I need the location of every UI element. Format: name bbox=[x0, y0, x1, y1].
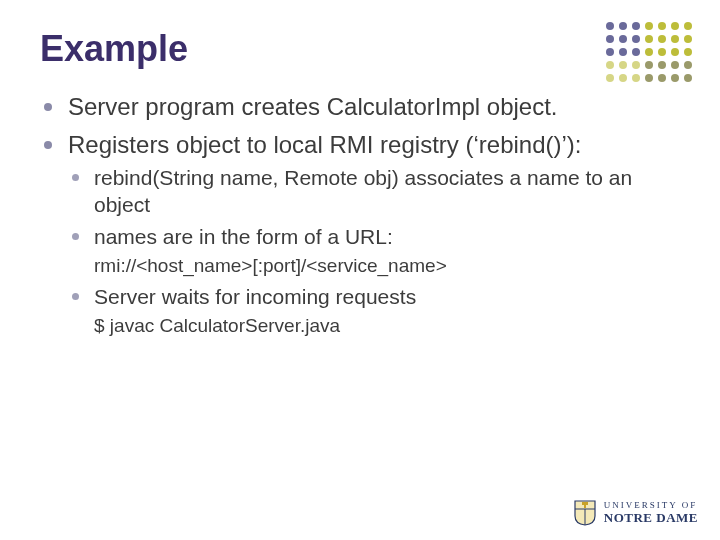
bullet-item: Server program creates CalculatorImpl ob… bbox=[40, 92, 680, 122]
decor-dot bbox=[658, 35, 666, 43]
logo-line2: NOTRE DAME bbox=[604, 511, 698, 525]
decor-dot bbox=[684, 35, 692, 43]
university-wordmark: UNIVERSITY OF NOTRE DAME bbox=[604, 501, 698, 524]
slide-title: Example bbox=[40, 28, 680, 70]
sub-bullet-item: names are in the form of a URL: bbox=[68, 223, 680, 250]
bullet-list: Server program creates CalculatorImpl ob… bbox=[40, 92, 680, 339]
sub-bullet-code: $ javac CalculatorServer.java bbox=[68, 314, 680, 339]
decor-dot bbox=[606, 61, 614, 69]
decor-dot bbox=[619, 22, 627, 30]
decor-dot bbox=[671, 35, 679, 43]
decor-dot bbox=[632, 74, 640, 82]
shield-icon bbox=[574, 500, 596, 526]
decor-dot bbox=[606, 22, 614, 30]
decor-dot bbox=[671, 48, 679, 56]
decor-dot bbox=[684, 48, 692, 56]
decor-dot bbox=[684, 22, 692, 30]
decor-dot bbox=[645, 74, 653, 82]
decor-dot bbox=[632, 61, 640, 69]
decor-dot bbox=[658, 61, 666, 69]
decor-dot bbox=[645, 48, 653, 56]
sub-bullet-item: Server waits for incoming requests bbox=[68, 283, 680, 310]
sub-bullet-list: rebind(String name, Remote obj) associat… bbox=[68, 164, 680, 339]
decor-dot bbox=[658, 74, 666, 82]
decor-dot bbox=[684, 74, 692, 82]
decor-dot bbox=[606, 48, 614, 56]
decorative-dot-grid bbox=[606, 22, 694, 84]
decor-dot bbox=[671, 74, 679, 82]
decor-dot bbox=[645, 61, 653, 69]
bullet-item: Registers object to local RMI registry (… bbox=[40, 130, 680, 339]
bullet-text: Registers object to local RMI registry (… bbox=[68, 131, 581, 158]
decor-dot bbox=[671, 61, 679, 69]
footer-logo: UNIVERSITY OF NOTRE DAME bbox=[574, 500, 698, 526]
decor-dot bbox=[684, 61, 692, 69]
decor-dot bbox=[619, 74, 627, 82]
decor-dot bbox=[606, 74, 614, 82]
decor-dot bbox=[619, 35, 627, 43]
decor-dot bbox=[658, 48, 666, 56]
decor-dot bbox=[606, 35, 614, 43]
decor-dot bbox=[632, 48, 640, 56]
decor-dot bbox=[645, 22, 653, 30]
sub-bullet-code: rmi://<host_name>[:port]/<service_name> bbox=[68, 254, 680, 279]
decor-dot bbox=[619, 61, 627, 69]
decor-dot bbox=[632, 22, 640, 30]
decor-dot bbox=[658, 22, 666, 30]
decor-dot bbox=[619, 48, 627, 56]
decor-dot bbox=[632, 35, 640, 43]
decor-dot bbox=[671, 22, 679, 30]
sub-bullet-item: rebind(String name, Remote obj) associat… bbox=[68, 164, 680, 219]
slide: Example Server program creates Calculato… bbox=[0, 0, 720, 540]
decor-dot bbox=[645, 35, 653, 43]
